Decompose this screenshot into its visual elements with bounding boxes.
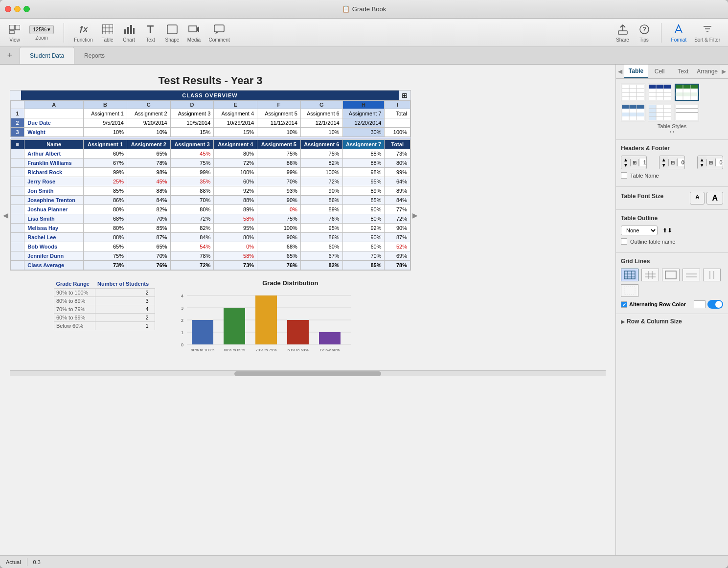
text-group[interactable]: T Text <box>144 23 158 43</box>
col-header-a[interactable]: A <box>24 101 84 109</box>
share-icon[interactable] <box>616 23 630 36</box>
col-a5-header[interactable]: Assignment 5 <box>257 140 301 149</box>
col-a3-header[interactable]: Assignment 3 <box>170 140 214 149</box>
student-val[interactable]: 75% <box>84 251 127 261</box>
table-style-thumb[interactable] <box>648 84 672 101</box>
table-style-thumb[interactable] <box>675 104 699 121</box>
col-name-header[interactable]: Name <box>24 140 84 149</box>
student-name[interactable]: Jennifer Dunn <box>24 251 84 261</box>
font-size-decrease[interactable]: A <box>690 192 705 204</box>
minimize-button[interactable] <box>14 6 21 12</box>
resize-handle[interactable] <box>11 137 410 139</box>
cell-i3[interactable]: 100% <box>385 128 410 137</box>
student-name[interactable]: Lisa Smith <box>24 214 84 224</box>
function-group[interactable]: ƒx Function <box>74 23 92 43</box>
student-val[interactable]: 80% <box>214 149 257 159</box>
student-val[interactable]: 60% <box>84 149 127 159</box>
comment-icon[interactable] <box>212 23 226 36</box>
sidebar-next-arrow[interactable]: ▶ <box>720 68 728 75</box>
student-val[interactable]: 60% <box>300 242 342 251</box>
col-total-header[interactable]: Total <box>385 140 410 149</box>
add-sheet-button[interactable]: + <box>4 47 16 64</box>
student-val[interactable]: 88% <box>214 196 257 205</box>
cell-g1[interactable]: Assignment 6 <box>300 109 342 118</box>
avg-val[interactable]: 73% <box>214 261 257 270</box>
student-val[interactable]: 90% <box>257 233 301 242</box>
student-val[interactable]: 85% <box>127 224 170 233</box>
student-val[interactable]: 88% <box>84 233 127 242</box>
student-val[interactable]: 95% <box>214 224 257 233</box>
cell-g3[interactable]: 10% <box>300 128 342 137</box>
outline-table-name-checkbox[interactable] <box>621 238 627 245</box>
student-val[interactable]: 72% <box>300 177 342 186</box>
student-val[interactable]: 67% <box>84 159 127 168</box>
cell-g2[interactable]: 12/1/2014 <box>300 118 342 128</box>
student-val[interactable]: 70% <box>127 251 170 261</box>
avg-val[interactable]: 76% <box>257 261 301 270</box>
grid-inner-btn[interactable] <box>641 269 659 281</box>
student-val[interactable]: 95% <box>342 177 385 186</box>
scroll-right-arrow[interactable]: ▶ <box>412 211 418 219</box>
student-val[interactable]: 60% <box>214 177 257 186</box>
student-val[interactable]: 93% <box>257 186 301 196</box>
student-val[interactable]: 89% <box>385 186 410 196</box>
horizontal-scrollbar[interactable] <box>10 370 606 376</box>
grid-vertical-btn[interactable] <box>703 269 721 281</box>
student-val[interactable]: 0% <box>257 205 301 214</box>
student-val[interactable]: 80% <box>214 233 257 242</box>
cell-c1[interactable]: Assignment 2 <box>127 109 170 118</box>
student-val[interactable]: 89% <box>214 205 257 214</box>
table-style-thumb-selected[interactable] <box>675 84 699 101</box>
header-rows-stepper[interactable]: ▲▼ ⊞ 1 <box>621 156 647 169</box>
student-val[interactable]: 58% <box>214 214 257 224</box>
student-val[interactable]: 78% <box>170 251 214 261</box>
reports-tab[interactable]: Reports <box>74 47 114 64</box>
cell-h3[interactable]: 30% <box>342 128 385 137</box>
student-val[interactable]: 80% <box>170 205 214 214</box>
avg-val[interactable]: 85% <box>342 261 385 270</box>
student-val[interactable]: 65% <box>257 251 301 261</box>
student-val[interactable]: 45% <box>170 149 214 159</box>
cell-a1[interactable] <box>24 109 84 118</box>
grade-range[interactable]: 60% to 69% <box>54 314 95 322</box>
close-button[interactable] <box>5 6 11 12</box>
grade-count[interactable]: 2 <box>95 289 155 297</box>
student-val[interactable]: 86% <box>84 196 127 205</box>
cell-i2[interactable] <box>385 118 410 128</box>
grid-all-btn[interactable] <box>621 269 638 281</box>
table-style-thumb[interactable] <box>621 84 645 101</box>
grade-count[interactable]: 4 <box>95 305 155 314</box>
avg-val[interactable]: 72% <box>170 261 214 270</box>
cell-i1[interactable]: Total <box>385 109 410 118</box>
sidebar-tab-arrange[interactable]: Arrange <box>695 65 720 78</box>
student-val[interactable]: 87% <box>385 233 410 242</box>
student-val[interactable]: 65% <box>84 242 127 251</box>
student-val[interactable]: 70% <box>170 196 214 205</box>
student-val[interactable]: 98% <box>127 168 170 177</box>
cell-d3[interactable]: 15% <box>170 128 214 137</box>
share-group[interactable]: Share <box>616 23 630 43</box>
student-name[interactable]: Jerry Rose <box>24 177 84 186</box>
cell-f1[interactable]: Assignment 5 <box>257 109 301 118</box>
sort-filter-icon[interactable] <box>701 23 714 36</box>
student-val[interactable]: 82% <box>127 205 170 214</box>
student-val[interactable]: 88% <box>170 186 214 196</box>
avg-label[interactable]: Class Average <box>24 261 84 270</box>
row-col-size-section[interactable]: ▶ Row & Column Size <box>616 314 728 329</box>
cell-d2[interactable]: 10/5/2014 <box>170 118 214 128</box>
sidebar-prev-arrow[interactable]: ◀ <box>616 68 624 75</box>
font-size-increase[interactable]: A <box>706 192 723 204</box>
cell-e3[interactable]: 15% <box>214 128 257 137</box>
col-a7-header[interactable]: Assignment 7 <box>342 140 385 149</box>
grade-count[interactable]: 1 <box>95 322 155 330</box>
col-a4-header[interactable]: Assignment 4 <box>214 140 257 149</box>
student-name[interactable]: Richard Rock <box>24 168 84 177</box>
student-val[interactable]: 82% <box>170 224 214 233</box>
cell-a2[interactable]: Due Date <box>24 118 84 128</box>
grade-range[interactable]: 80% to 89% <box>54 297 95 305</box>
col-header-i[interactable]: I <box>385 101 410 109</box>
student-val[interactable]: 99% <box>84 168 127 177</box>
student-name[interactable]: Melissa Hay <box>24 224 84 233</box>
student-val[interactable]: 75% <box>170 159 214 168</box>
student-val[interactable]: 77% <box>385 205 410 214</box>
